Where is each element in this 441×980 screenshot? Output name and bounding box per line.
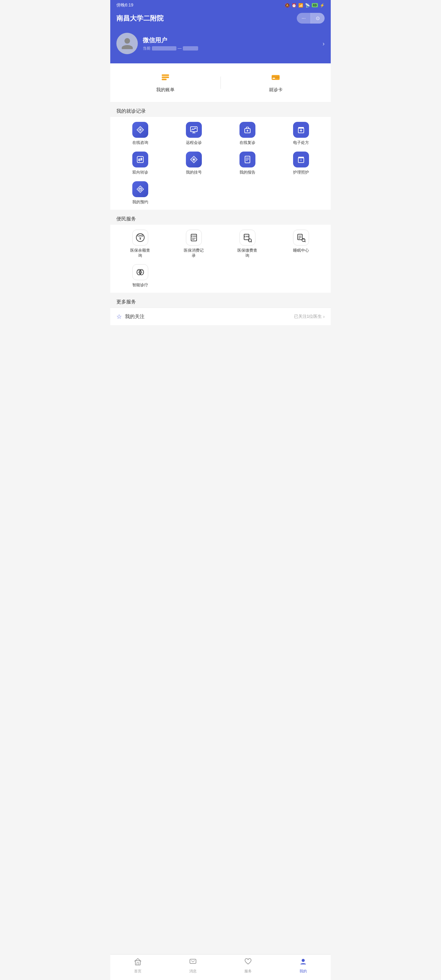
sleep-center-icon xyxy=(293,230,309,245)
status-time: 傍晚6:19 xyxy=(116,2,133,8)
menu-button[interactable]: ··· xyxy=(297,13,310,24)
online-consult-icon: + xyxy=(132,122,148,138)
avatar xyxy=(116,33,138,54)
chart-up-svg xyxy=(189,126,198,134)
svg-rect-59 xyxy=(137,963,139,965)
follow-section[interactable]: ☆ 我的关注 已关注1位医生 › xyxy=(110,308,331,325)
svg-point-61 xyxy=(302,959,305,962)
remote-consult-label: 远程会诊 xyxy=(186,140,202,145)
insurance-payment-item[interactable]: CHS 医保缴费查询 xyxy=(221,230,274,258)
mute-icon: 🔕 xyxy=(285,3,290,8)
follow-right: 已关注1位医生 › xyxy=(294,314,325,319)
svg-rect-0 xyxy=(162,75,169,76)
transfer-item[interactable]: 双向转诊 xyxy=(113,151,167,175)
message-svg xyxy=(189,958,197,966)
service-icon xyxy=(244,958,252,967)
my-records-grid: + 在线咨询 远程会诊 在线复诊 xyxy=(110,117,331,210)
svg-text:+: + xyxy=(139,128,141,132)
wifi-icon: 📡 xyxy=(305,3,310,8)
my-reservation-item[interactable]: 我的预约 xyxy=(113,181,167,205)
smart-diagnosis-item[interactable]: 智能诊疗 xyxy=(113,264,167,288)
sleep-center-item[interactable]: 睡眠中心 xyxy=(274,230,328,258)
nav-message[interactable]: 消息 xyxy=(166,958,221,974)
my-appointment-icon xyxy=(186,151,202,167)
sleep-search-svg xyxy=(296,233,306,242)
insurance-balance-icon: CHS ¥ xyxy=(132,230,148,245)
more-services-title: 更多服务 xyxy=(116,299,136,304)
user-svg xyxy=(299,958,307,966)
service-nav-label: 服务 xyxy=(244,969,252,974)
card-icon xyxy=(271,73,280,84)
my-report-item[interactable]: 我的报告 xyxy=(221,151,274,175)
convenience-section-header: 便民服务 xyxy=(110,212,331,225)
e-prescription-item[interactable]: 电子处方 xyxy=(274,122,328,145)
convenience-grid: CHS ¥ 医保余额查询 CHS 医保消费记录 CHS xyxy=(110,225,331,293)
signal-icon: 📶 xyxy=(298,3,303,8)
nav-service[interactable]: 服务 xyxy=(221,958,275,974)
svg-text:CHS: CHS xyxy=(244,235,249,237)
cns-record-svg: CHS xyxy=(189,233,199,242)
user-name: 微信用户 xyxy=(143,36,325,45)
online-consult-item[interactable]: + 在线咨询 xyxy=(113,122,167,145)
blurred-info-1 xyxy=(152,46,177,51)
insurance-balance-label: 医保余额查询 xyxy=(130,248,150,258)
my-report-label: 我的报告 xyxy=(239,170,255,175)
diamond-dot-svg xyxy=(189,155,198,164)
care-box-svg xyxy=(297,155,305,164)
battery-icon: ⚡ xyxy=(320,3,325,8)
follow-left: ☆ 我的关注 xyxy=(116,313,145,320)
user-info: 微信用户 当前 — xyxy=(143,36,325,51)
svg-rect-18 xyxy=(137,156,143,162)
follow-label: 我的关注 xyxy=(125,313,145,320)
card-svg xyxy=(271,73,280,82)
blurred-info-2 xyxy=(183,46,198,51)
nursing-care-label: 护理照护 xyxy=(293,170,309,175)
brain-svg xyxy=(135,267,145,277)
online-revisit-icon xyxy=(239,122,255,138)
transfer-label: 双向转诊 xyxy=(132,170,148,175)
user-profile[interactable]: 微信用户 当前 — › xyxy=(110,30,331,64)
e-prescription-label: 电子处方 xyxy=(293,140,309,145)
svg-rect-5 xyxy=(272,78,275,79)
online-revisit-item[interactable]: 在线复诊 xyxy=(221,122,274,145)
transfer-icon xyxy=(132,151,148,167)
briefcase-plus-svg xyxy=(243,126,252,134)
svg-text:CHS: CHS xyxy=(191,235,196,237)
my-appointment-label: 我的挂号 xyxy=(186,170,202,175)
avatar-icon xyxy=(120,37,134,51)
insurance-balance-item[interactable]: CHS ¥ 医保余额查询 xyxy=(113,230,167,258)
my-records-title: 我的就诊记录 xyxy=(116,108,146,114)
profile-chevron[interactable]: › xyxy=(323,40,325,47)
medicine-box-svg xyxy=(297,126,305,134)
svg-rect-58 xyxy=(135,961,140,965)
convenience-title: 便民服务 xyxy=(116,216,136,221)
heart-svg xyxy=(244,958,252,966)
diamond-calendar-svg xyxy=(136,185,145,194)
svg-line-46 xyxy=(251,241,252,242)
diamond-chat-svg: + xyxy=(136,126,145,134)
visit-card-action[interactable]: 就诊卡 xyxy=(221,70,331,96)
bill-svg xyxy=(161,73,170,82)
insurance-record-item[interactable]: CHS 医保消费记录 xyxy=(167,230,221,258)
e-prescription-icon xyxy=(293,122,309,138)
my-reservation-icon xyxy=(132,181,148,197)
online-revisit-label: 在线复诊 xyxy=(239,140,255,145)
my-appointment-item[interactable]: 我的挂号 xyxy=(167,151,221,175)
svg-rect-2 xyxy=(162,79,167,80)
scan-button[interactable]: ⊙ xyxy=(310,13,325,24)
nav-home[interactable]: 首页 xyxy=(110,958,166,974)
status-bar: 傍晚6:19 🔕 ⏰ 📶 📡 69 ⚡ xyxy=(110,0,331,10)
home-nav-label: 首页 xyxy=(134,969,142,974)
nav-my[interactable]: 我的 xyxy=(275,958,331,974)
svg-rect-49 xyxy=(298,234,302,240)
nursing-care-icon xyxy=(293,151,309,167)
insurance-payment-label: 医保缴费查询 xyxy=(237,248,257,258)
nursing-care-item[interactable]: 护理照护 xyxy=(274,151,328,175)
remote-consult-item[interactable]: 远程会诊 xyxy=(167,122,221,145)
my-bill-action[interactable]: 我的账单 xyxy=(110,70,221,96)
bottom-nav: 首页 消息 服务 我的 xyxy=(110,954,331,980)
svg-point-22 xyxy=(193,159,195,161)
svg-rect-28 xyxy=(298,157,304,158)
app-title: 南昌大学二附院 xyxy=(116,14,164,23)
home-icon xyxy=(134,958,142,967)
